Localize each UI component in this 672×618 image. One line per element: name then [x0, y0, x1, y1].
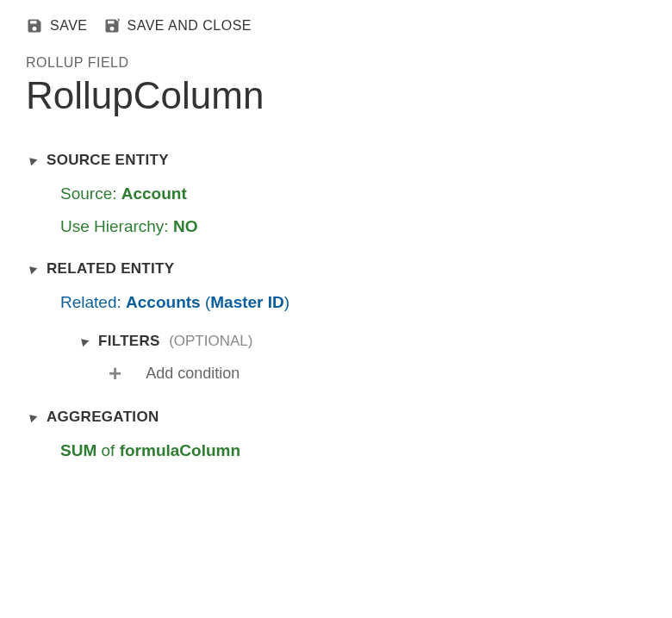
subsection-body-filters: + Add condition — [78, 362, 646, 384]
related-value: Accounts — [126, 293, 201, 311]
aggregation-field: formulaColumn — [120, 441, 240, 459]
hierarchy-label: Use Hierarchy: — [60, 217, 169, 235]
section-source-entity: SOURCE ENTITY Source: Account Use Hierar… — [26, 152, 646, 236]
subsection-filters: FILTERS (OPTIONAL) + Add condition — [60, 333, 646, 384]
section-aggregation: AGGREGATION SUM of formulaColumn — [26, 409, 646, 460]
aggregation-function: SUM — [60, 441, 96, 459]
section-body-aggregation: SUM of formulaColumn — [26, 441, 646, 460]
section-title-related-entity: RELATED ENTITY — [47, 260, 174, 278]
save-close-icon — [103, 17, 121, 34]
collapse-toggle-icon — [27, 155, 38, 166]
save-close-button-label: SAVE AND CLOSE — [128, 18, 252, 34]
use-hierarchy-row[interactable]: Use Hierarchy: NO — [60, 217, 646, 236]
section-header-source-entity[interactable]: SOURCE ENTITY — [26, 152, 646, 169]
page-title: RollupColumn — [26, 74, 646, 117]
add-condition-label: Add condition — [146, 365, 240, 383]
collapse-toggle-icon — [78, 336, 90, 347]
save-icon — [26, 17, 43, 34]
section-title-source-entity: SOURCE ENTITY — [47, 152, 169, 169]
toolbar: SAVE SAVE AND CLOSE — [26, 17, 646, 34]
related-label: Related: — [60, 293, 121, 311]
related-meta: Master ID — [210, 293, 284, 311]
section-header-aggregation[interactable]: AGGREGATION — [26, 409, 646, 426]
source-label: Source: — [60, 184, 116, 203]
section-header-filters[interactable]: FILTERS (OPTIONAL) — [78, 333, 646, 350]
save-button[interactable]: SAVE — [26, 17, 88, 34]
source-entity-row[interactable]: Source: Account — [60, 184, 646, 203]
aggregation-of: of — [102, 441, 115, 459]
collapse-toggle-icon — [27, 412, 38, 423]
aggregation-row[interactable]: SUM of formulaColumn — [60, 441, 646, 460]
source-value: Account — [121, 184, 187, 203]
save-and-close-button[interactable]: SAVE AND CLOSE — [103, 17, 252, 34]
save-button-label: SAVE — [50, 18, 88, 34]
collapse-toggle-icon — [27, 264, 38, 275]
section-body-source-entity: Source: Account Use Hierarchy: NO — [26, 184, 646, 236]
section-header-related-entity[interactable]: RELATED ENTITY — [26, 260, 646, 278]
hierarchy-value: NO — [173, 217, 198, 235]
section-title-aggregation: AGGREGATION — [47, 409, 159, 426]
plus-icon: + — [109, 362, 121, 384]
add-condition-button[interactable]: + Add condition — [109, 362, 646, 384]
section-title-filters-suffix: (OPTIONAL) — [169, 333, 252, 349]
section-body-related-entity: Related: Accounts (Master ID) FILTERS (O… — [26, 293, 646, 384]
section-title-filters: FILTERS — [98, 333, 160, 349]
related-entity-row[interactable]: Related: Accounts (Master ID) — [60, 293, 646, 312]
field-type-label: ROLLUP FIELD — [26, 55, 646, 71]
section-related-entity: RELATED ENTITY Related: Accounts (Master… — [26, 260, 646, 384]
related-paren-close: ) — [284, 293, 289, 311]
